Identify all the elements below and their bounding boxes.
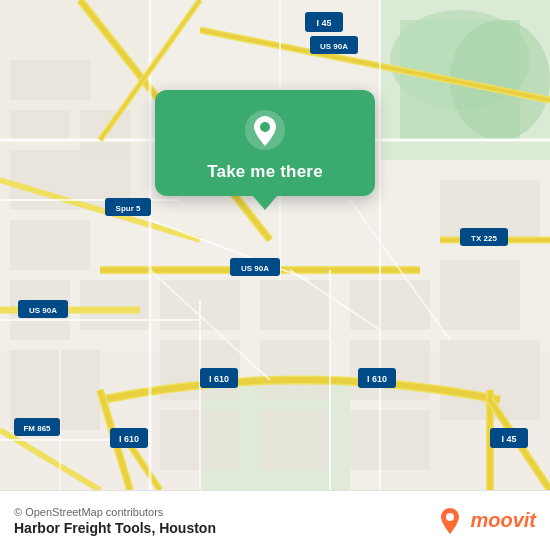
bottom-bar: © OpenStreetMap contributors Harbor Frei… xyxy=(0,490,550,550)
svg-rect-22 xyxy=(260,340,330,400)
svg-point-87 xyxy=(260,122,270,132)
svg-text:US 90A: US 90A xyxy=(241,264,269,273)
place-name-label: Harbor Freight Tools, Houston xyxy=(14,520,216,536)
svg-point-88 xyxy=(446,513,454,521)
map-background: I 45 US 90A Spur 5 US 90A US 90A TX 225 … xyxy=(0,0,550,490)
svg-rect-25 xyxy=(260,410,330,470)
svg-text:I 610: I 610 xyxy=(119,434,139,444)
svg-rect-11 xyxy=(10,220,90,270)
svg-rect-8 xyxy=(10,110,70,140)
svg-text:I 610: I 610 xyxy=(367,374,387,384)
svg-rect-20 xyxy=(350,280,430,330)
svg-text:I 45: I 45 xyxy=(501,434,516,444)
svg-rect-13 xyxy=(80,280,150,330)
popup-card[interactable]: Take me there xyxy=(155,90,375,196)
svg-text:I 45: I 45 xyxy=(316,18,331,28)
svg-text:TX 225: TX 225 xyxy=(471,234,497,243)
svg-text:FM 865: FM 865 xyxy=(23,424,51,433)
svg-text:I 610: I 610 xyxy=(209,374,229,384)
svg-rect-16 xyxy=(440,260,520,330)
svg-rect-7 xyxy=(10,60,90,100)
take-me-there-label: Take me there xyxy=(207,162,323,182)
svg-rect-26 xyxy=(350,410,430,470)
moovit-pin-icon xyxy=(435,506,465,536)
moovit-text: moovit xyxy=(470,509,536,532)
place-info: © OpenStreetMap contributors Harbor Frei… xyxy=(14,506,216,536)
svg-rect-19 xyxy=(260,280,330,330)
svg-text:Spur 5: Spur 5 xyxy=(116,204,141,213)
attribution-text: © OpenStreetMap contributors xyxy=(14,506,216,518)
svg-text:US 90A: US 90A xyxy=(320,42,348,51)
moovit-logo: moovit xyxy=(435,506,536,536)
location-pin-icon xyxy=(243,108,287,152)
map-container: I 45 US 90A Spur 5 US 90A US 90A TX 225 … xyxy=(0,0,550,490)
svg-text:US 90A: US 90A xyxy=(29,306,57,315)
